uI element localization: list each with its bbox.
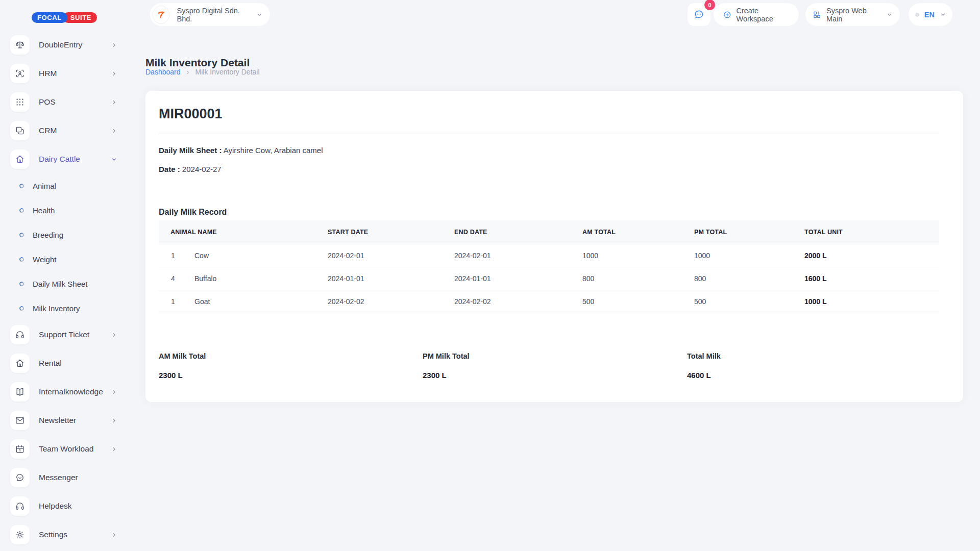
sidebar-item-health[interactable]: Health bbox=[0, 198, 131, 222]
sidebar-item-label: Support Ticket bbox=[39, 330, 89, 339]
sidebar-item-settings[interactable]: Settings bbox=[0, 520, 131, 549]
daily-milk-sheet-label: Daily Milk Sheet bbox=[159, 146, 217, 155]
scale-icon bbox=[10, 35, 30, 55]
sidebar-item-label: Milk Inventory bbox=[33, 304, 80, 313]
cell-pm-total: 1000 bbox=[694, 244, 804, 267]
logo-suite: SUITE bbox=[63, 12, 97, 23]
chevron-right-icon bbox=[111, 128, 117, 134]
am-milk-total-value: 2300 L bbox=[159, 371, 423, 380]
table-header-row: ANIMAL NAME START DATE END DATE AM TOTAL… bbox=[159, 220, 939, 244]
sidebar-item-crm[interactable]: CRM bbox=[0, 116, 131, 145]
col-pm-total: PM TOTAL bbox=[694, 220, 804, 244]
date-label: Date bbox=[159, 165, 176, 173]
chevron-down-icon bbox=[886, 11, 893, 18]
sidebar-item-support-ticket[interactable]: Support Ticket bbox=[0, 320, 131, 349]
sidebar-item-label: Settings bbox=[39, 530, 67, 539]
cell-start-date: 2024-02-02 bbox=[328, 290, 454, 313]
workspace-name: Syspro Digital Sdn. Bhd. bbox=[177, 7, 251, 23]
bullet-icon bbox=[19, 256, 24, 262]
cell-pm-total: 800 bbox=[694, 267, 804, 290]
sidebar-item-label: Team Workload bbox=[39, 444, 93, 454]
sidebar-item-label: Weight bbox=[33, 255, 56, 264]
chevron-right-icon bbox=[111, 389, 117, 395]
globe-icon bbox=[915, 10, 920, 20]
create-workspace-label: Create Workspace bbox=[736, 7, 790, 23]
bullet-icon bbox=[19, 183, 24, 188]
sidebar-item-doubleentry[interactable]: DoubleEntry bbox=[0, 31, 131, 59]
pm-milk-total: PM Milk Total 2300 L bbox=[423, 352, 687, 380]
cell-qty: 4 bbox=[159, 267, 181, 290]
sidebar-item-helpdesk[interactable]: Helpdesk bbox=[0, 492, 131, 520]
chevron-right-icon bbox=[111, 332, 117, 338]
cell-total-unit: 2000 L bbox=[804, 244, 939, 267]
breadcrumb-dashboard-link[interactable]: Dashboard bbox=[145, 68, 181, 76]
language-selector[interactable]: EN bbox=[909, 3, 952, 26]
sidebar-item-label: Helpdesk bbox=[39, 502, 72, 511]
plus-circle-icon bbox=[723, 10, 731, 20]
sidebar-item-rental[interactable]: Rental bbox=[0, 349, 131, 378]
mail-icon bbox=[10, 411, 30, 430]
language-code: EN bbox=[924, 11, 935, 19]
sidebar-item-messenger[interactable]: Messenger bbox=[0, 463, 131, 492]
chevron-right-icon bbox=[111, 532, 117, 538]
divider bbox=[159, 134, 939, 134]
sidebar-item-dairy-cattle[interactable]: Dairy Cattle bbox=[0, 145, 131, 173]
cell-animal-name: Cow bbox=[181, 244, 328, 267]
cell-total-unit: 1000 L bbox=[804, 290, 939, 313]
date-value: 2024-02-27 bbox=[182, 165, 222, 173]
cell-start-date: 2024-02-01 bbox=[328, 244, 454, 267]
home-icon bbox=[10, 354, 30, 373]
sidebar-item-internalknowledge[interactable]: Internalknowledge bbox=[0, 378, 131, 406]
sidebar-item-team-workload[interactable]: Team Workload bbox=[0, 435, 131, 463]
chevron-down-icon bbox=[111, 156, 117, 163]
app-logo[interactable]: FOCAL SUITE bbox=[32, 12, 97, 23]
headset-icon bbox=[10, 325, 30, 344]
messages-button[interactable]: 0 bbox=[688, 3, 710, 26]
create-workspace-button[interactable]: Create Workspace bbox=[714, 3, 799, 26]
am-milk-total-label: AM Milk Total bbox=[159, 352, 423, 361]
sidebar-nav: DoubleEntry HRM POS bbox=[0, 31, 131, 549]
bullet-icon bbox=[19, 305, 24, 311]
grid-plus-icon bbox=[813, 10, 821, 20]
sidebar-item-daily-milk-sheet[interactable]: Daily Milk Sheet bbox=[0, 271, 131, 296]
col-total-unit: TOTAL UNIT bbox=[804, 220, 939, 244]
cell-total-unit: 1600 L bbox=[804, 267, 939, 290]
breadcrumb-current: Milk Inventory Detail bbox=[195, 68, 260, 76]
daily-milk-record-table: ANIMAL NAME START DATE END DATE AM TOTAL… bbox=[159, 220, 939, 313]
chevron-down-icon bbox=[256, 11, 263, 18]
bullet-icon bbox=[19, 281, 24, 286]
grid-dots-icon bbox=[10, 92, 30, 112]
separator: : bbox=[219, 146, 222, 155]
home-icon bbox=[10, 149, 30, 169]
cell-am-total: 1000 bbox=[582, 244, 694, 267]
cell-animal-name: Goat bbox=[181, 290, 328, 313]
bullet-icon bbox=[19, 232, 24, 237]
sidebar-item-hrm[interactable]: HRM bbox=[0, 59, 131, 88]
totals-summary: AM Milk Total 2300 L PM Milk Total 2300 … bbox=[159, 352, 939, 380]
sidebar-item-label: Internalknowledge bbox=[39, 387, 103, 396]
table-row: 4 Buffalo 2024-01-01 2024-01-01 800 800 … bbox=[159, 267, 939, 290]
messages-badge: 0 bbox=[704, 0, 715, 10]
sidebar-item-weight[interactable]: Weight bbox=[0, 247, 131, 271]
user-focus-icon bbox=[10, 64, 30, 83]
table-row: 1 Cow 2024-02-01 2024-02-01 1000 1000 20… bbox=[159, 244, 939, 267]
sidebar-item-breeding[interactable]: Breeding bbox=[0, 222, 131, 247]
record-code: MIR00001 bbox=[159, 105, 939, 122]
daily-milk-sheet-line: Daily Milk Sheet : Ayirshire Cow, Arabia… bbox=[159, 146, 939, 155]
web-main-selector[interactable]: Syspro Web Main bbox=[805, 3, 900, 26]
sidebar-item-label: Health bbox=[33, 206, 55, 215]
sidebar-item-newsletter[interactable]: Newsletter bbox=[0, 406, 131, 435]
sidebar-item-animal[interactable]: Animal bbox=[0, 173, 131, 198]
cell-end-date: 2024-01-01 bbox=[454, 267, 582, 290]
col-am-total: AM TOTAL bbox=[582, 220, 694, 244]
sidebar-item-milk-inventory[interactable]: Milk Inventory bbox=[0, 296, 131, 320]
sidebar-item-label: Daily Milk Sheet bbox=[33, 280, 88, 288]
chevron-right-icon bbox=[111, 417, 117, 424]
milk-inventory-detail-card: MIR00001 Daily Milk Sheet : Ayirshire Co… bbox=[145, 91, 963, 402]
sidebar-item-pos[interactable]: POS bbox=[0, 88, 131, 116]
cell-end-date: 2024-02-01 bbox=[454, 244, 582, 267]
sidebar-item-label: POS bbox=[39, 97, 56, 107]
workspace-selector[interactable]: Syspro Digital Sdn. Bhd. bbox=[150, 3, 270, 26]
cell-am-total: 800 bbox=[582, 267, 694, 290]
chevron-right-icon bbox=[111, 446, 117, 453]
